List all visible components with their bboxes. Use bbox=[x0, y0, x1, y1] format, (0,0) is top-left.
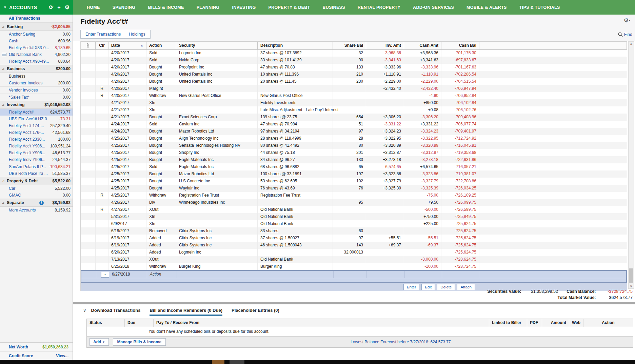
account-item-anchor-saving[interactable]: Anchor Saving0.00 bbox=[0, 31, 73, 38]
register-scrollbar[interactable]: ∧ ∨ bbox=[628, 41, 634, 289]
register-row[interactable]: 4/26/2017DivWinnebago Industries Inc95+9… bbox=[81, 199, 627, 206]
register-row[interactable]: 4/20/2017BoughtProofpoint Inc47 shares @… bbox=[81, 64, 627, 71]
attach-button[interactable]: Attach bbox=[457, 284, 475, 290]
register-row[interactable]: 4/25/2017BoughtSensata Technologies Hold… bbox=[81, 142, 627, 149]
account-item-fidelity-acc-t-174[interactable]: Fidelity Acc't 174-...257,329.40 bbox=[0, 122, 73, 129]
register-row[interactable]: 4/20/2017BoughtUnited Rentals Inc20 shar… bbox=[81, 78, 627, 85]
account-item-fidelity-acc-t-2330[interactable]: Fidelity Acc't 2330...100.00 bbox=[0, 136, 73, 143]
reminders-col-due[interactable]: Due bbox=[125, 319, 154, 327]
security-column-header[interactable]: Security bbox=[176, 42, 258, 49]
register-row[interactable]: 4/25/2017BoughtMazor Robotics Ltd100 sha… bbox=[81, 170, 627, 178]
date-column-header[interactable]: Date ▲ bbox=[108, 42, 146, 49]
register-row[interactable]: R4/25/2017WithdrawRegistration Fee Trust… bbox=[81, 192, 627, 199]
description-column-header[interactable]: Description bbox=[258, 42, 333, 49]
register-row[interactable]: 4/24/2017SoldCavium Inc47 shares @ 70.98… bbox=[81, 121, 627, 128]
account-section-banking[interactable]: ⊿Banking-$2,005.85 bbox=[0, 23, 73, 31]
entry-action-field[interactable]: Action bbox=[147, 271, 177, 278]
credit-score-row[interactable]: Credit Score View... bbox=[0, 351, 73, 360]
register-row[interactable]: 4/25/2017BoughtWayfair Inc76 shares @ 43… bbox=[81, 185, 627, 192]
refresh-icon[interactable]: ⟳ bbox=[49, 4, 53, 11]
holdings-button[interactable]: Holdings bbox=[124, 30, 151, 39]
account-item-gmac[interactable]: GMAC0.00 bbox=[0, 192, 73, 199]
nav-item-spending[interactable]: SPENDING bbox=[113, 5, 136, 10]
nav-item-tips-tutorials[interactable]: TIPS & TUTORIALS bbox=[519, 5, 560, 10]
account-item-cash[interactable]: Cash600.96 bbox=[0, 38, 73, 44]
register-row[interactable]: 6/19/2017RemovedCitrix Systems Inc83 sha… bbox=[81, 227, 627, 235]
reminders-col-web[interactable]: Web bbox=[569, 319, 583, 327]
account-section-separate[interactable]: ⊿Separatei$8,159.92 bbox=[0, 199, 73, 207]
reminders-col-amount[interactable]: Amount bbox=[542, 319, 569, 327]
share-bal-column-header[interactable]: Share Bal bbox=[333, 42, 366, 49]
clr-column-header[interactable]: Clr bbox=[96, 42, 108, 49]
find-control[interactable]: Find bbox=[618, 32, 632, 37]
register-row[interactable]: R4/27/2017XOutOld National Bank-500.00-7… bbox=[81, 206, 627, 213]
register-row[interactable]: 4/25/2017BoughtShopify Inc44 shares @ 75… bbox=[81, 149, 627, 156]
tab-placeholder-entries-0[interactable]: Placeholder Entries (0) bbox=[232, 305, 279, 316]
reminders-col-pay-to-receive-from[interactable]: Pay To / Receive From bbox=[154, 319, 489, 327]
account-section-business[interactable]: ⊿Business$200.00 bbox=[0, 65, 73, 73]
enter-transactions-button[interactable]: Enter Transactions bbox=[80, 30, 126, 39]
register-row[interactable]: R4/20/2017MargInt+2,432.40-2,432.40-706,… bbox=[81, 85, 627, 92]
account-item-fidelity-indiv-y906[interactable]: Fidelity Indiv Y906...24,544.37 bbox=[0, 156, 73, 163]
register-row[interactable]: 4/20/2017SoldLogmein Inc37 shares @ 107.… bbox=[81, 49, 627, 57]
register-row[interactable]: 6/19/2017AddedCitrix Systems Inc46 share… bbox=[81, 242, 627, 249]
nav-item-business[interactable]: BUSINESS bbox=[323, 5, 345, 10]
account-item-old-national-bank[interactable]: Old National Bank4,902.20 bbox=[0, 51, 73, 58]
taskbar-app-icon-2[interactable] bbox=[230, 360, 244, 364]
account-item-car[interactable]: Car5,522.00 bbox=[0, 185, 73, 192]
new-transaction-entry-row[interactable]: 6/27/2018 Action ▼ bbox=[81, 270, 627, 283]
cash-amt-column-header[interactable]: Cash Amt bbox=[404, 42, 441, 49]
reminders-col-pdf[interactable]: PDF bbox=[527, 319, 542, 327]
account-item-customer-invoices[interactable]: Customer Invoices200.00 bbox=[0, 80, 73, 86]
entry-dropdown-button[interactable]: ▼ bbox=[101, 272, 109, 278]
register-row[interactable]: 4/25/2017BoughtEagle Materials Inc34 sha… bbox=[81, 156, 627, 163]
collapse-panel-icon[interactable]: ∨ bbox=[83, 308, 86, 313]
account-item-business[interactable]: Business bbox=[0, 73, 73, 80]
account-item-ubs-fin-acc-t-hz-0[interactable]: UBS Fin. Acc't# HZ 0-73.31 bbox=[0, 116, 73, 122]
account-item-sales-tax[interactable]: *Sales Tax*0.00 bbox=[0, 94, 73, 101]
manage-bills-button[interactable]: Manage Bills & Income bbox=[113, 338, 166, 346]
register-row[interactable]: 4/21/2017BoughtExact Sciences Corp139 sh… bbox=[81, 114, 627, 121]
register-gear-icon[interactable]: ⚙▾ bbox=[623, 17, 630, 24]
action-column-header[interactable]: Action bbox=[146, 42, 176, 49]
net-worth-row[interactable]: Net Worth $1,050,268.23 bbox=[0, 342, 73, 351]
account-item-more-accounts[interactable]: More Accounts8,159.92 bbox=[0, 207, 73, 214]
nav-item-bills-income[interactable]: BILLS & INCOME bbox=[148, 5, 184, 10]
account-item-ubs-roth-pace-ira[interactable]: UBS Roth Pace Ira ...51,585.37 bbox=[0, 170, 73, 177]
scrollbar-thumb[interactable] bbox=[629, 268, 633, 283]
accounts-gear-icon[interactable]: ⚙ bbox=[65, 4, 70, 11]
entry-date-field[interactable]: 6/27/2018 bbox=[109, 271, 147, 278]
account-item-fidelity-acc-t-y906[interactable]: Fidelity Acc't Y906...46,613.77 bbox=[0, 149, 73, 156]
edit-button[interactable]: Edit bbox=[421, 284, 435, 290]
register-row[interactable]: 6/19/2017AddedCitrix Systems Inc37 share… bbox=[81, 235, 627, 242]
delete-button[interactable]: Delete bbox=[437, 284, 455, 290]
sort-ascending-icon[interactable]: ▲ bbox=[140, 42, 143, 49]
nav-item-mobile-alerts[interactable]: MOBILE & ALERTS bbox=[467, 5, 507, 10]
nav-item-planning[interactable]: PLANNING bbox=[197, 5, 220, 10]
register-row[interactable]: 4/25/2017BoughtU S Concrete Inc53 shares… bbox=[81, 178, 627, 185]
register-row[interactable]: 4/25/2017BoughtAlign Techonology Inc28 s… bbox=[81, 135, 627, 142]
lowest-balance-forecast-link[interactable]: Lowest Balance Forecast before 7/27/2018… bbox=[351, 340, 451, 344]
account-section-investing[interactable]: ⊿Investing$1,046,552.08 bbox=[0, 101, 73, 109]
register-row[interactable]: 5/31/2017XInOld National Bank+750.00-725… bbox=[81, 213, 627, 220]
account-item-fidelity-acc-t-y906[interactable]: Fidelity Acc't Y906...189,951.24 bbox=[0, 143, 73, 149]
register-row[interactable]: 4/21/2017XInLate Misc. Adjkustment - Lat… bbox=[81, 106, 627, 114]
sidebar-item-all-transactions[interactable]: All Transactions bbox=[0, 15, 73, 23]
reminders-col-action[interactable]: Action bbox=[583, 319, 633, 327]
nav-item-add-on-services[interactable]: ADD-ON SERVICES bbox=[413, 5, 454, 10]
add-reminder-button[interactable]: Add ▼ bbox=[90, 338, 109, 346]
register-row[interactable]: 4/25/2017SoldEagle Materials Inc68 share… bbox=[81, 163, 627, 170]
register-row[interactable]: 6/20/2017AddedLogmein Inc32.000013-725,6… bbox=[81, 249, 627, 256]
register-row[interactable]: 4/20/2017SoldNvida Corp33 shares @ 101.4… bbox=[81, 57, 627, 64]
account-item-fidelity-acc-t[interactable]: Fidelity Acc't#624,573.77 bbox=[0, 109, 73, 116]
nav-item-property-debt[interactable]: PROPERTY & DEBT bbox=[268, 5, 310, 10]
register-row[interactable]: 4/21/2017XInFidelity Investments+850.00-… bbox=[81, 99, 627, 106]
account-item-vendor-invoices[interactable]: Vendor Invoices0.00 bbox=[0, 86, 73, 94]
register-row[interactable]: 7/13/2017XOutOld National Bank-3,000.00-… bbox=[81, 256, 627, 263]
register-row[interactable]: 6/25/2018WithdrawBurger KingBurger King-… bbox=[81, 263, 627, 270]
panel-splitter[interactable] bbox=[73, 302, 635, 304]
tab-bill-and-income-reminders-0-due[interactable]: Bill and Income Reminders (0 Due) bbox=[150, 305, 222, 316]
add-account-icon[interactable]: + bbox=[57, 4, 60, 11]
account-item-fidelity-acc-t-176[interactable]: Fidelity Acc't 176-...42,561.68 bbox=[0, 129, 73, 136]
attachment-column-header[interactable] bbox=[81, 42, 96, 49]
